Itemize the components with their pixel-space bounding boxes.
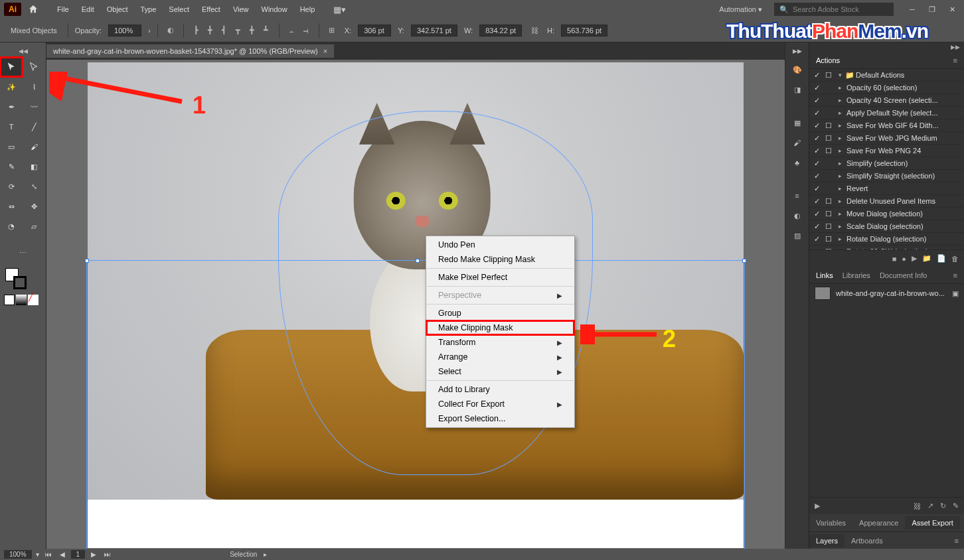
action-row[interactable]: ✓▸Simplify Straight (selection) — [809, 170, 964, 182]
panels-collapse-icon[interactable]: ▶▶ — [809, 42, 964, 52]
color-panel-icon[interactable]: 🎨 — [790, 62, 805, 77]
artboards-tab[interactable]: Artboards — [844, 534, 890, 547]
menu-window[interactable]: Window — [256, 3, 293, 16]
gradient-panel-icon[interactable]: ◐ — [790, 208, 805, 223]
context-menu-item[interactable]: Undo Pen — [426, 238, 574, 252]
swatches-panel-icon[interactable]: ▦ — [790, 115, 805, 130]
selection-tool[interactable] — [0, 57, 23, 77]
next-artboard-icon[interactable]: ▶ — [89, 551, 98, 558]
menu-object[interactable]: Object — [102, 3, 133, 16]
align-hcenter-icon[interactable]: ╋ — [204, 25, 216, 36]
action-row[interactable]: ✓☐▸Delete Unused Panel Items — [809, 195, 964, 208]
search-adobe-stock[interactable]: 🔍 Search Adobe Stock — [774, 3, 894, 16]
stroke-swatch[interactable] — [13, 276, 27, 289]
fill-stroke-swatch[interactable] — [0, 267, 46, 292]
artboard-number[interactable]: 1 — [71, 550, 86, 559]
menu-type[interactable]: Type — [135, 3, 162, 16]
action-row[interactable]: ✓▸Opacity 60 (selection) — [809, 82, 964, 94]
context-menu-item[interactable]: Collect For Export▶ — [426, 397, 574, 411]
relink-icon[interactable]: ⛓ — [914, 502, 921, 510]
type-tool[interactable]: T — [0, 117, 23, 137]
context-menu-item[interactable]: Redo Make Clipping Mask — [426, 252, 574, 267]
menu-help[interactable]: Help — [295, 3, 321, 16]
actions-tab[interactable]: Actions — [816, 54, 840, 67]
context-menu-item[interactable]: Select▶ — [426, 364, 574, 379]
update-link-icon[interactable]: ↻ — [940, 502, 946, 510]
menu-edit[interactable]: Edit — [76, 3, 100, 16]
curvature-tool[interactable]: 〰 — [23, 97, 45, 117]
chevron-right-icon[interactable]: › — [148, 27, 151, 35]
record-icon[interactable]: ● — [902, 255, 906, 263]
last-artboard-icon[interactable]: ⏭ — [102, 551, 113, 558]
transform-ref-icon[interactable]: ⊞ — [326, 25, 338, 36]
toolbox-collapse-icon[interactable]: ◀◀ — [0, 46, 46, 56]
trash-icon[interactable]: 🗑 — [951, 255, 959, 263]
document-tab[interactable]: white-and-gray-cat-in-brown-woven-basket… — [46, 44, 334, 58]
stop-icon[interactable]: ■ — [892, 255, 897, 263]
menu-effect[interactable]: Effect — [197, 3, 226, 16]
menu-select[interactable]: Select — [163, 3, 195, 16]
context-menu-item[interactable]: Make Pixel Perfect — [426, 270, 574, 285]
x-field[interactable]: 306 pt — [358, 25, 391, 36]
action-row[interactable]: ✓▸Simplify (selection) — [809, 157, 964, 170]
color-guide-icon[interactable]: ◨ — [790, 82, 805, 97]
context-menu-item[interactable]: Transform▶ — [426, 335, 574, 350]
action-row[interactable]: ✓☐▸Save For Web GIF 64 Dith... — [809, 119, 964, 132]
align-vcenter-icon[interactable]: ╋ — [246, 25, 258, 36]
action-row[interactable]: ✓▸Revert — [809, 182, 964, 195]
action-set-row[interactable]: ✓☐▾ 📁 Default Actions — [809, 69, 964, 82]
layers-tab[interactable]: Layers — [809, 534, 844, 547]
asset-export-tab[interactable]: Asset Export — [905, 516, 959, 529]
eraser-tool[interactable]: ◧ — [23, 157, 45, 176]
context-menu-item[interactable]: Add to Library — [426, 382, 574, 397]
prev-artboard-icon[interactable]: ◀ — [58, 551, 67, 558]
goto-link-icon[interactable]: ↗ — [927, 502, 933, 510]
y-field[interactable]: 342.571 pt — [411, 25, 457, 36]
recolor-icon[interactable]: ◐ — [165, 25, 177, 36]
align-top-icon[interactable]: ┳ — [232, 25, 244, 36]
context-menu-item[interactable]: Group — [426, 306, 574, 320]
align-left-icon[interactable]: ┣ — [191, 25, 202, 36]
distribute-v-icon[interactable]: ⫤ — [300, 25, 312, 36]
links-tab[interactable]: Links — [816, 269, 833, 282]
transparency-panel-icon[interactable]: ▨ — [790, 228, 805, 243]
line-tool[interactable]: ╱ — [23, 117, 45, 137]
color-mode-none[interactable]: ╱ — [28, 295, 39, 305]
libraries-tab[interactable]: Libraries — [843, 269, 870, 282]
lasso-tool[interactable]: ⌇ — [23, 77, 45, 97]
link-wh-icon[interactable]: ⛓ — [528, 25, 540, 36]
new-set-icon[interactable]: 📁 — [922, 254, 931, 263]
workspace-switcher[interactable]: Automation ▾ — [712, 4, 769, 15]
context-menu-item[interactable]: Arrange▶ — [426, 350, 574, 364]
free-transform-tool[interactable]: ✥ — [23, 196, 45, 216]
appearance-tab[interactable]: Appearance — [852, 516, 905, 529]
zoom-dropdown-icon[interactable]: ▾ — [36, 551, 39, 558]
home-icon[interactable] — [27, 3, 40, 16]
action-row[interactable]: ✓▸Opacity 40 Screen (selecti... — [809, 94, 964, 107]
scale-tool[interactable]: ⤡ — [23, 176, 45, 196]
distribute-h-icon[interactable]: ⫠ — [286, 25, 298, 36]
link-item[interactable]: white-and-gray-cat-in-brown-wo... ▣ — [809, 284, 964, 303]
edit-original-icon[interactable]: ✎ — [953, 502, 959, 510]
arrange-documents-icon[interactable]: ▦▾ — [333, 5, 346, 15]
window-close-icon[interactable]: ✕ — [944, 3, 960, 16]
width-tool[interactable]: ⇔ — [0, 196, 23, 216]
menu-file[interactable]: File — [52, 3, 74, 16]
window-restore-icon[interactable]: ❐ — [924, 3, 940, 16]
magic-wand-tool[interactable]: ✨ — [0, 77, 23, 97]
shaper-tool[interactable]: ✎ — [0, 157, 23, 176]
window-minimize-icon[interactable]: ─ — [904, 3, 920, 16]
action-row[interactable]: ✓▸Apply Default Style (select... — [809, 107, 964, 119]
action-row[interactable]: ✓☐▸Rotate Dialog (selection) — [809, 233, 964, 245]
context-menu-item[interactable]: Export Selection... — [426, 411, 574, 426]
opacity-field[interactable]: 100% — [108, 25, 141, 36]
close-tab-icon[interactable]: × — [323, 47, 327, 55]
brush-tool[interactable]: 🖌 — [23, 137, 45, 157]
play-icon[interactable]: ▶ — [912, 254, 917, 263]
action-row[interactable]: ✓☐▸Save For Web PNG 24 — [809, 145, 964, 157]
show-link-info-icon[interactable]: ▶ — [815, 502, 820, 510]
align-bottom-icon[interactable]: ┻ — [260, 25, 272, 36]
panel-menu-icon[interactable]: ≡ — [955, 537, 964, 545]
action-row[interactable]: ✓☐▸Move Dialog (selection) — [809, 208, 964, 220]
align-right-icon[interactable]: ┫ — [218, 25, 230, 36]
